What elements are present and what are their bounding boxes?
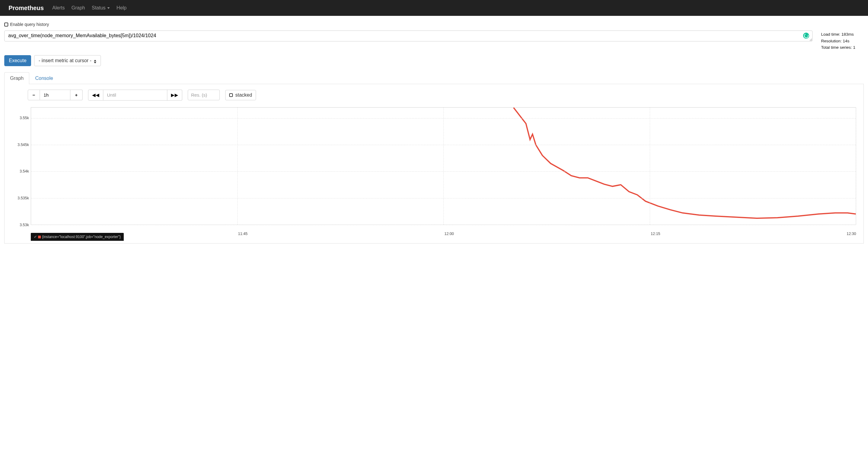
navbar: Prometheus Alerts Graph Status Help — [0, 0, 868, 16]
time-group: ◀◀ ▶▶ — [88, 90, 182, 100]
checkbox-icon — [229, 93, 233, 97]
metric-select[interactable]: - insert metric at cursor - — [34, 55, 101, 66]
tab-graph[interactable]: Graph — [4, 72, 29, 84]
until-input[interactable] — [103, 90, 167, 100]
nav-graph[interactable]: Graph — [72, 5, 85, 11]
time-forward-button[interactable]: ▶▶ — [167, 90, 182, 100]
range-increase-button[interactable]: + — [70, 90, 83, 100]
query-input-container — [4, 30, 812, 41]
query-input[interactable] — [8, 33, 800, 39]
range-input[interactable] — [40, 90, 70, 100]
check-icon: ✔ — [34, 235, 37, 239]
rewind-icon: ◀◀ — [92, 92, 99, 98]
stat-load-time: Load time: 183ms — [821, 31, 864, 38]
sort-icon — [94, 60, 96, 61]
execute-button[interactable]: Execute — [4, 55, 31, 66]
tabs: Graph Console — [4, 72, 864, 84]
nav-status[interactable]: Status — [92, 5, 110, 11]
resolution-input[interactable] — [188, 90, 220, 100]
metric-select-label: - insert metric at cursor - — [39, 58, 91, 63]
checkbox-icon — [4, 23, 8, 27]
stat-resolution: Resolution: 14s — [821, 38, 864, 44]
nav-help[interactable]: Help — [117, 5, 126, 11]
stacked-toggle[interactable]: stacked — [225, 90, 256, 100]
plot-area[interactable] — [31, 107, 856, 225]
time-back-button[interactable]: ◀◀ — [88, 90, 103, 100]
range-decrease-button[interactable]: − — [28, 90, 40, 100]
plus-icon: + — [75, 92, 78, 97]
minus-icon: − — [33, 92, 35, 97]
legend-item[interactable]: ✔{instance="localhost:9100",job="node_ex… — [31, 233, 124, 241]
chart: 3.53k3.535k3.54k3.545k3.55k 11:4512:0012… — [12, 105, 859, 233]
enable-history-toggle[interactable]: Enable query history — [4, 22, 864, 27]
fast-forward-icon: ▶▶ — [171, 92, 178, 98]
enable-history-label: Enable query history — [10, 22, 49, 27]
brand[interactable]: Prometheus — [8, 5, 44, 11]
tab-console[interactable]: Console — [29, 72, 59, 84]
color-swatch — [38, 236, 41, 238]
stat-total-series: Total time series: 1 — [821, 44, 864, 51]
query-stats: Load time: 183ms Resolution: 14s Total t… — [821, 30, 864, 51]
stacked-label: stacked — [235, 92, 252, 98]
grammarly-icon[interactable] — [803, 33, 809, 39]
nav-alerts[interactable]: Alerts — [53, 5, 65, 11]
nav-status-label: Status — [92, 5, 105, 11]
range-group: − + — [28, 90, 83, 100]
chevron-down-icon — [107, 7, 110, 9]
graph-panel: − + ◀◀ ▶▶ stacked 3.53k3.535k3.54k3.545k… — [4, 84, 864, 244]
legend-text: {instance="localhost:9100",job="node_exp… — [42, 235, 121, 239]
